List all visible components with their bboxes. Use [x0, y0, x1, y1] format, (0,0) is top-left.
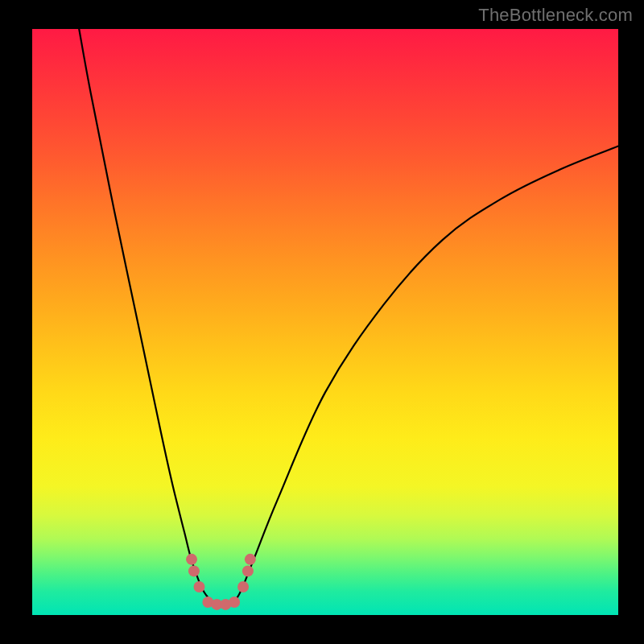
data-marker [229, 597, 240, 608]
data-marker [242, 565, 254, 576]
chart-svg [32, 29, 618, 615]
data-marker [237, 581, 249, 592]
plot-area [32, 29, 618, 615]
watermark-text: TheBottleneck.com [478, 5, 633, 26]
bottleneck-curve [79, 29, 618, 607]
curve-markers [186, 554, 256, 610]
data-marker [186, 554, 197, 565]
data-marker [245, 554, 256, 565]
data-marker [193, 581, 204, 592]
data-marker [188, 565, 200, 576]
chart-frame: TheBottleneck.com [0, 0, 644, 644]
